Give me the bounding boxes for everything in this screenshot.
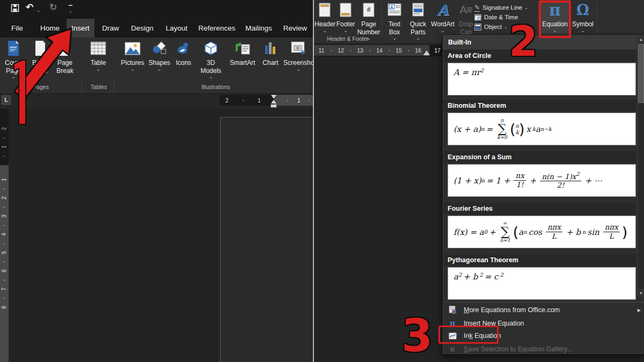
annotation-box-ink-equation	[438, 326, 499, 344]
header-icon	[314, 0, 335, 19]
undo-dropdown-icon[interactable]: ⌄	[36, 6, 40, 16]
left-indent-marker[interactable]	[270, 104, 277, 108]
chevron-down-icon: ⌄	[283, 67, 313, 72]
ruler-mark: 15	[394, 45, 403, 56]
more-equations-icon	[448, 306, 457, 314]
fraction: nπx L	[603, 223, 620, 240]
chevron-down-icon: ⌄	[314, 28, 335, 34]
equation-gallery-dropdown: Built-In Area of Circle A = πr2 Binomial…	[442, 34, 644, 354]
footer-icon	[335, 0, 356, 19]
svg-text:A: A	[390, 5, 393, 10]
tab-mailings[interactable]: Mailings	[241, 19, 276, 38]
text-box-button[interactable]: A Text Box ⌄	[383, 0, 406, 46]
equation-name-binomial-theorem: Binomial Theorem	[443, 100, 636, 112]
tab-references[interactable]: References	[196, 19, 237, 38]
chart-icon	[259, 39, 282, 58]
undo-icon[interactable]: ↶	[26, 3, 33, 12]
equation-item-area-of-circle[interactable]: A = πr2	[448, 63, 636, 95]
signature-line-button[interactable]: ✎ Signature Line ⌄	[474, 3, 538, 12]
date-time-icon	[474, 14, 481, 21]
save-icon[interactable]	[11, 4, 19, 14]
ruler-mark: 12	[336, 45, 345, 56]
table-icon	[85, 39, 112, 58]
fraction: n(n − 1)x2 2!	[540, 171, 581, 190]
word-window: ↶ ⌄ ↻ ⌄ File Home Insert Draw Design Lay…	[0, 0, 644, 362]
equation-item-binomial-theorem[interactable]: (x + a)n = n ∑ k=0 ( n k ) xk an−k	[448, 113, 636, 145]
equation-item-pythagorean-theorem[interactable]: a2 + b2 = c2	[448, 267, 636, 300]
shapes-button[interactable]: Shapes ⌄	[147, 39, 172, 85]
ruler-mark: 3	[1, 212, 8, 220]
table-button[interactable]: Table ⌄	[85, 39, 112, 85]
smartart-icon	[228, 39, 258, 58]
tab-design[interactable]: Design	[127, 19, 158, 38]
tab-draw[interactable]: Draw	[99, 19, 122, 38]
ruler-mark: 8	[1, 303, 8, 312]
ruler-mark: 4	[1, 230, 8, 239]
menu-item-more-equations[interactable]: More Equations from Office.com ▶	[443, 304, 644, 316]
gallery-scrollbar[interactable]: ▲ ▼	[637, 35, 644, 297]
wordart-icon: A	[430, 0, 455, 19]
save-selection-icon: π	[448, 345, 457, 353]
vertical-ruler[interactable]: 2 1 1 2 3 4 5 6 7 8	[0, 109, 9, 362]
tab-review[interactable]: Review	[280, 19, 310, 38]
hanging-indent-marker[interactable]	[271, 100, 276, 104]
quick-access-toolbar: ↶ ⌄ ↻ ⌄	[0, 0, 313, 19]
ruler-mark: 14	[375, 45, 384, 56]
chevron-down-icon: ⌄	[85, 67, 112, 72]
screenshot-seam	[313, 0, 314, 362]
scrollbar-thumb[interactable]	[638, 44, 644, 103]
annotation-step-1	[13, 59, 28, 125]
ruler-mark: 2	[223, 95, 231, 106]
svg-text:#: #	[367, 6, 371, 13]
chevron-down-icon: ⌄	[147, 67, 172, 72]
submenu-arrow-icon: ▶	[638, 308, 641, 313]
horizontal-ruler-right[interactable]: 11 12 13 14 15 16 17	[313, 45, 448, 56]
customize-quick-access-icon[interactable]: ⌄	[69, 5, 72, 16]
screenshot-button[interactable]: Screenshot ⌄	[283, 39, 313, 85]
equation-item-expansion-of-a-sum[interactable]: (1 + x)n = 1 + nx 1! + n(n − 1)x2 2! + ⋯	[448, 164, 636, 197]
equation-name-fourier-series: Fourier Series	[443, 203, 636, 215]
menu-item-save-selection-to-gallery: π Save Selection to Equation Gallery...	[443, 343, 644, 356]
first-line-indent-marker[interactable]	[271, 95, 276, 99]
horizontal-ruler-left[interactable]: 2 1 1	[219, 95, 313, 106]
ruler-mark: 13	[356, 45, 364, 56]
summation-symbol: n ∑ k=0	[497, 118, 507, 140]
summation-symbol: ∞ ∑ n=1	[500, 221, 510, 243]
equation-item-fourier-series[interactable]: f(x) = a0 + ∞ ∑ n=1 ( an cos nπx L + bn …	[448, 216, 636, 248]
equation-name-pythagorean-theorem: Pythagorean Theorem	[443, 254, 636, 266]
ruler-mark: 17	[433, 45, 442, 56]
chart-button[interactable]: Chart	[259, 39, 282, 85]
ruler-mark: 6	[1, 267, 8, 275]
quick-parts-icon	[406, 0, 430, 19]
icons-icon	[172, 39, 195, 58]
ruler-mark: 5	[1, 248, 8, 257]
symbol-icon: Ω	[570, 0, 595, 19]
chevron-down-icon: ⌄	[430, 28, 455, 34]
equation-name-expansion-of-a-sum: Expansion of a Sum	[443, 151, 636, 163]
page-number-icon: #	[356, 0, 381, 19]
right-indent-marker[interactable]	[423, 50, 430, 55]
scroll-down-icon[interactable]: ▼	[638, 289, 644, 297]
fraction: nx 1!	[514, 172, 525, 189]
ruler-mark: 1	[295, 95, 303, 106]
chevron-down-icon: ⌄	[570, 28, 595, 34]
drop-cap-icon: A≡	[456, 0, 476, 19]
ruler-mark: 11	[317, 45, 326, 56]
document-page[interactable]	[220, 117, 313, 362]
annotation-box-equation-button	[539, 1, 571, 38]
annotation-step-2: 2	[509, 20, 538, 62]
tab-layout[interactable]: Layout	[161, 19, 192, 38]
ruler-mark: 2	[1, 124, 8, 133]
3d-models-icon	[195, 39, 226, 58]
smartart-button[interactable]: SmartArt	[228, 39, 258, 85]
3d-models-button[interactable]: 3D Models ⌄	[195, 39, 226, 85]
ruler-mark: 1	[255, 95, 264, 106]
text-box-icon: A	[383, 0, 406, 19]
quick-parts-button[interactable]: Quick Parts ⌄	[406, 0, 430, 46]
icons-button[interactable]: Icons	[172, 39, 195, 85]
pictures-button[interactable]: Pictures ⌄	[118, 39, 147, 85]
ruler-mark: 1	[1, 143, 8, 151]
scroll-up-icon[interactable]: ▲	[638, 35, 644, 43]
group-label-illustrations: Illustrations	[119, 84, 312, 92]
chevron-down-icon: ⌄	[504, 25, 508, 29]
